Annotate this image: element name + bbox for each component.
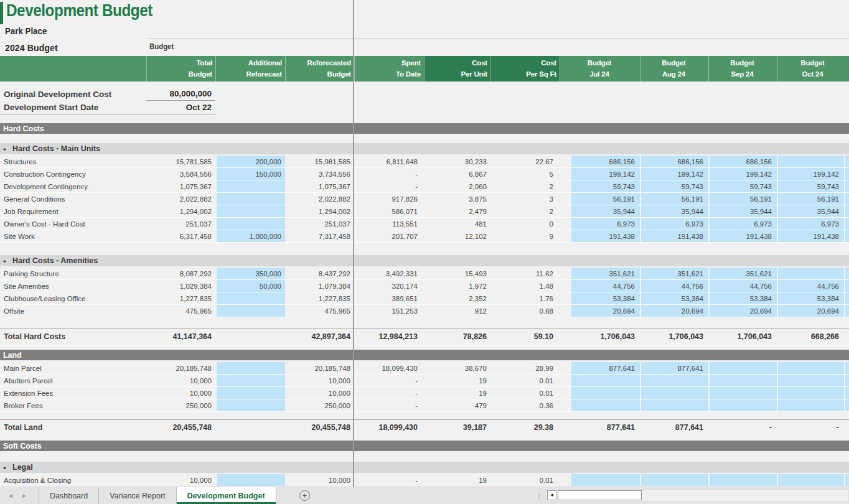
cell-next-month-sliver[interactable] xyxy=(844,375,849,387)
spacer-cell[interactable] xyxy=(560,268,570,280)
cell-sep[interactable]: - xyxy=(708,419,777,434)
cell-std[interactable]: 586,071 xyxy=(354,205,424,218)
cell-next-month-sliver[interactable] xyxy=(844,419,849,434)
spacer-cell[interactable] xyxy=(560,168,570,180)
row-label[interactable]: Development Contingency xyxy=(0,180,146,193)
cell-aug[interactable]: 56,191 xyxy=(640,193,708,205)
spacer-cell[interactable] xyxy=(560,292,570,305)
cell-next-month-sliver[interactable] xyxy=(844,292,849,305)
cell-jul[interactable]: 56,191 xyxy=(570,193,640,205)
cell-aug[interactable]: 1,706,043 xyxy=(640,329,708,343)
spacer-cell[interactable] xyxy=(560,375,570,387)
row-label[interactable]: Structures xyxy=(0,156,146,168)
cell-aug[interactable]: 6,973 xyxy=(640,218,708,230)
cell-aug[interactable] xyxy=(640,399,708,412)
cell-sep[interactable]: 191,438 xyxy=(708,230,777,243)
cell-next-month-sliver[interactable] xyxy=(844,268,849,280)
scrollbar-thumb[interactable] xyxy=(558,490,642,500)
row-label[interactable]: Construction Contingency xyxy=(0,168,146,180)
cell-tb[interactable]: 8,087,292 xyxy=(146,268,215,280)
cell-ar[interactable] xyxy=(215,387,285,399)
cell-rb[interactable]: 15,981,585 xyxy=(285,156,354,168)
column-header[interactable]: SpentTo Date xyxy=(354,56,424,82)
cell-rb[interactable]: 475,965 xyxy=(285,305,354,317)
cell-jul[interactable]: 53,384 xyxy=(570,292,640,305)
cell-aug[interactable]: 199,142 xyxy=(640,168,708,180)
cell-next-month-sliver[interactable] xyxy=(844,156,849,168)
cell-jul[interactable] xyxy=(570,387,640,399)
cell-aug[interactable]: 44,756 xyxy=(640,280,708,292)
info-label[interactable]: Development Start Date xyxy=(0,101,146,114)
cell-oct[interactable]: 668,266 xyxy=(777,329,844,343)
new-sheet-button[interactable]: + xyxy=(299,490,310,501)
spacer-cell[interactable] xyxy=(560,419,570,434)
spacer-cell[interactable] xyxy=(560,280,570,292)
cell-cpu[interactable]: 19 xyxy=(424,474,490,487)
cell-tb[interactable]: 10,000 xyxy=(146,474,215,487)
cell-rb[interactable]: 1,227,835 xyxy=(285,292,354,305)
cell-next-month-sliver[interactable] xyxy=(844,329,849,343)
cell-tb[interactable]: 1,294,002 xyxy=(146,205,215,218)
cell-next-month-sliver[interactable] xyxy=(844,218,849,230)
cell-jul[interactable]: 199,142 xyxy=(570,168,640,180)
cell-tb[interactable]: 475,965 xyxy=(146,305,215,317)
cell-ar[interactable] xyxy=(215,218,285,230)
cell-std[interactable]: 113,551 xyxy=(354,218,424,230)
cell-rb[interactable]: 10,000 xyxy=(285,474,354,487)
cell-std[interactable]: 12,984,213 xyxy=(354,329,424,343)
row-label[interactable]: Job Requirement xyxy=(0,205,146,218)
info-value[interactable]: 80,000,000 xyxy=(146,87,215,101)
row-label[interactable]: Parking Structure xyxy=(0,268,146,280)
row-label[interactable]: Abutters Parcel xyxy=(0,375,146,387)
cell-std[interactable]: 151,253 xyxy=(354,305,424,317)
cell-cpsf[interactable]: 1.48 xyxy=(490,280,560,292)
cell-jul[interactable]: 20,694 xyxy=(570,305,640,317)
cell-sep[interactable]: 59,743 xyxy=(708,180,777,193)
column-header[interactable]: CostPer Unit xyxy=(424,56,490,82)
cell-ar[interactable]: 1,000,000 xyxy=(215,230,285,243)
cell-jul[interactable]: 351,621 xyxy=(570,268,640,280)
cell-cpu[interactable]: 30,233 xyxy=(424,156,490,168)
cell-tb[interactable]: 250,000 xyxy=(146,399,215,412)
cell-next-month-sliver[interactable] xyxy=(844,362,849,375)
cell-tb[interactable]: 20,185,748 xyxy=(146,362,215,375)
cell-cpsf[interactable]: 9 xyxy=(490,230,560,243)
cell-tb[interactable]: 20,455,748 xyxy=(146,419,215,434)
row-label[interactable]: Main Parcel xyxy=(0,362,146,375)
cell-rb[interactable]: 3,734,556 xyxy=(285,168,354,180)
row-label[interactable]: Extension Fees xyxy=(0,387,146,399)
info-label[interactable]: Original Development Cost xyxy=(0,87,146,101)
spacer-cell[interactable] xyxy=(560,387,570,399)
cell-rb[interactable]: 42,897,364 xyxy=(285,329,354,343)
row-label[interactable]: Site Amenities xyxy=(0,280,146,292)
blank-cell[interactable] xyxy=(215,101,849,114)
column-header[interactable]: ReforecastedBudget xyxy=(285,56,354,82)
cell-rb[interactable]: 250,000 xyxy=(285,399,354,412)
cell-rb[interactable]: 10,000 xyxy=(285,387,354,399)
cell-next-month-sliver[interactable] xyxy=(844,168,849,180)
cell-cpsf[interactable]: 0.01 xyxy=(490,387,560,399)
cell-sep[interactable]: 351,621 xyxy=(708,268,777,280)
cell-std[interactable]: 389,651 xyxy=(354,292,424,305)
cell-rb[interactable]: 2,022,882 xyxy=(285,193,354,205)
cell-next-month-sliver[interactable] xyxy=(844,387,849,399)
spacer-cell[interactable] xyxy=(560,156,570,168)
cell-sep[interactable] xyxy=(708,399,777,412)
cell-tb[interactable]: 10,000 xyxy=(146,375,215,387)
cell-aug[interactable]: 877,641 xyxy=(640,362,708,375)
row-label[interactable]: Offsite xyxy=(0,305,146,317)
cell-ar[interactable] xyxy=(215,362,285,375)
cell-oct[interactable]: 53,384 xyxy=(777,292,844,305)
cell-rb[interactable]: 1,075,367 xyxy=(285,180,354,193)
cell-jul[interactable]: 35,944 xyxy=(570,205,640,218)
spacer-cell[interactable] xyxy=(560,180,570,193)
cell-oct[interactable]: - xyxy=(777,419,844,434)
cell-cpu[interactable]: 479 xyxy=(424,399,490,412)
cell-sep[interactable]: 35,944 xyxy=(708,205,777,218)
cell-tb[interactable]: 1,227,835 xyxy=(146,292,215,305)
cell-rb[interactable]: 251,037 xyxy=(285,218,354,230)
spacer-cell[interactable] xyxy=(560,193,570,205)
cell-cpu[interactable]: 19 xyxy=(424,375,490,387)
subsection-band[interactable]: ▸Legal xyxy=(0,462,849,473)
cell-aug[interactable]: 20,694 xyxy=(640,305,708,317)
